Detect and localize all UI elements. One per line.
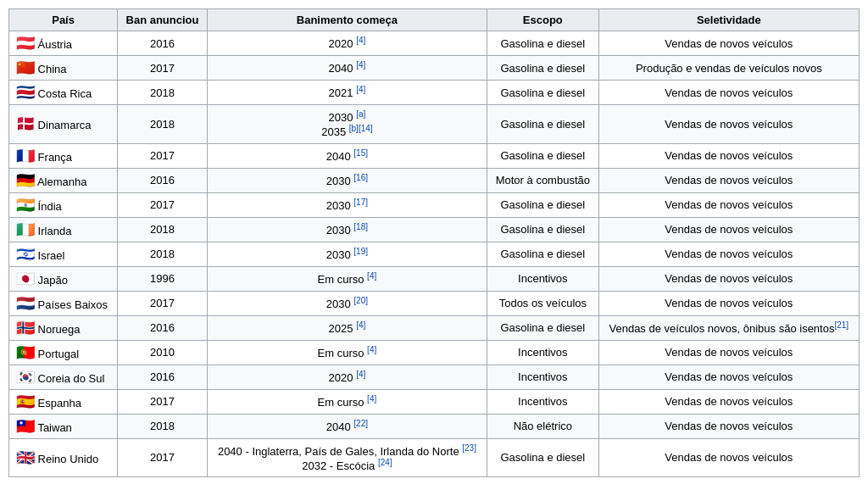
country-name: Espanha <box>35 397 81 409</box>
country-cell: 🇦🇹 Áustria <box>9 31 118 56</box>
ban-starts-cell: Em curso [4] <box>207 340 487 365</box>
table-row: 🇰🇷 Coreia do Sul20162020 [4]IncentivosVe… <box>9 365 860 389</box>
selectivity-cell: Vendas de novos veículos <box>598 192 859 217</box>
announced-cell: 2016 <box>118 31 208 56</box>
country-name: China <box>35 63 67 75</box>
announced-cell: 2017 <box>118 192 208 217</box>
scope-cell: Incentivos <box>487 389 599 414</box>
announced-cell: 1996 <box>118 266 208 291</box>
ban-starts-cell: 2020 [4] <box>207 31 487 56</box>
flag-icon: 🇫🇷 <box>16 148 35 164</box>
country-cell: 🇫🇷 França <box>9 143 118 168</box>
announced-cell: 2017 <box>118 389 208 414</box>
table-row: 🇩🇪 Alemanha20162030 [16]Motor à combustã… <box>9 168 860 192</box>
flag-icon: 🇩🇰 <box>16 115 35 132</box>
country-name: Coreia do Sul <box>35 372 104 385</box>
country-name: Áustria <box>35 38 72 51</box>
table-row: 🇪🇸 Espanha2017Em curso [4]IncentivosVend… <box>9 389 860 414</box>
ban-starts-cell: 2021 [4] <box>207 81 487 105</box>
ban-starts-cell: 2040 - Inglaterra, País de Gales, Irland… <box>207 438 487 477</box>
scope-cell: Motor à combustão <box>487 168 599 192</box>
table-row: 🇩🇰 Dinamarca20182030 [a]2035 [b][14]Gaso… <box>9 105 860 144</box>
selectivity-cell: Vendas de novos veículos <box>598 31 859 56</box>
announced-cell: 2016 <box>118 315 208 340</box>
selectivity-cell: Vendas de novos veículos <box>598 365 859 389</box>
selectivity-cell: Vendas de novos veículos <box>598 266 859 291</box>
country-cell: 🇮🇱 Israel <box>9 242 118 266</box>
country-cell: 🇰🇷 Coreia do Sul <box>9 365 118 389</box>
table-row: 🇵🇹 Portugal2010Em curso [4]IncentivosVen… <box>9 340 860 365</box>
table-row: 🇯🇵 Japão1996Em curso [4]IncentivosVendas… <box>9 266 860 291</box>
announced-cell: 2017 <box>118 56 208 81</box>
ban-starts-cell: 2030 [16] <box>207 168 487 192</box>
country-name: Portugal <box>35 348 79 360</box>
announced-cell: 2017 <box>118 291 208 315</box>
flag-icon: 🇵🇹 <box>16 344 35 361</box>
scope-cell: Incentivos <box>487 266 599 291</box>
ban-starts-cell: Em curso [4] <box>207 266 487 291</box>
country-name: Israel <box>35 249 64 262</box>
table-container: País Ban anunciou Banimento começa Escop… <box>0 0 868 486</box>
flag-icon: 🇰🇷 <box>16 369 35 386</box>
table-row: 🇦🇹 Áustria20162020 [4]Gasolina e dieselV… <box>9 31 860 56</box>
scope-cell: Gasolina e diesel <box>487 438 599 477</box>
flag-icon: 🇹🇼 <box>16 418 35 435</box>
announced-cell: 2018 <box>118 105 208 144</box>
scope-cell: Gasolina e diesel <box>487 242 599 266</box>
country-name: França <box>35 151 72 164</box>
ban-starts-cell: 2040 [4] <box>207 56 487 81</box>
flag-icon: 🇮🇳 <box>16 197 35 214</box>
scope-cell: Gasolina e diesel <box>487 31 599 56</box>
announced-cell: 2018 <box>118 81 208 105</box>
table-row: 🇹🇼 Taiwan20182040 [22]Não elétricoVendas… <box>9 414 860 438</box>
scope-cell: Todos os veículos <box>487 291 599 315</box>
selectivity-cell: Produção e vendas de veículos novos <box>598 56 859 81</box>
header-country: País <box>9 9 118 31</box>
selectivity-cell: Vendas de novos veículos <box>598 389 859 414</box>
scope-cell: Gasolina e diesel <box>487 56 599 81</box>
selectivity-cell: Vendas de novos veículos <box>598 438 859 477</box>
country-cell: 🇵🇹 Portugal <box>9 340 118 365</box>
selectivity-cell: Vendas de novos veículos <box>598 168 859 192</box>
scope-cell: Gasolina e diesel <box>487 217 599 242</box>
table-row: 🇨🇳 China20172040 [4]Gasolina e dieselPro… <box>9 56 860 81</box>
flag-icon: 🇮🇪 <box>16 221 35 238</box>
country-name: Alemanha <box>35 175 86 188</box>
table-row: 🇮🇱 Israel20182030 [19]Gasolina e dieselV… <box>9 242 860 266</box>
announced-cell: 2016 <box>118 365 208 389</box>
table-row: 🇫🇷 França20172040 [15]Gasolina e dieselV… <box>9 143 860 168</box>
country-cell: 🇮🇪 Irlanda <box>9 217 118 242</box>
announced-cell: 2018 <box>118 217 208 242</box>
announced-cell: 2018 <box>118 242 208 266</box>
announced-cell: 2016 <box>118 168 208 192</box>
country-name: Japão <box>35 274 68 287</box>
country-cell: 🇩🇰 Dinamarca <box>9 105 118 144</box>
country-name: Índia <box>35 200 62 213</box>
ban-table: País Ban anunciou Banimento começa Escop… <box>8 8 860 477</box>
country-cell: 🇪🇸 Espanha <box>9 389 118 414</box>
country-cell: 🇹🇼 Taiwan <box>9 414 118 438</box>
ban-starts-cell: 2040 [15] <box>207 143 487 168</box>
selectivity-cell: Vendas de veículos novos, ônibus são ise… <box>598 315 859 340</box>
announced-cell: 2018 <box>118 414 208 438</box>
flag-icon: 🇬🇧 <box>16 449 35 466</box>
country-cell: 🇨🇳 China <box>9 56 118 81</box>
country-cell: 🇬🇧 Reino Unido <box>9 438 118 477</box>
ban-starts-cell: Em curso [4] <box>207 389 487 414</box>
scope-cell: Gasolina e diesel <box>487 192 599 217</box>
country-cell: 🇨🇷 Costa Rica <box>9 81 118 105</box>
scope-cell: Gasolina e diesel <box>487 81 599 105</box>
table-row: 🇳🇴 Noruega20162025 [4]Gasolina e dieselV… <box>9 315 860 340</box>
scope-cell: Não elétrico <box>487 414 599 438</box>
selectivity-cell: Vendas de novos veículos <box>598 242 859 266</box>
country-cell: 🇮🇳 Índia <box>9 192 118 217</box>
country-name: Costa Rica <box>35 87 92 100</box>
selectivity-cell: Vendas de novos veículos <box>598 340 859 365</box>
country-cell: 🇳🇱 Países Baixos <box>9 291 118 315</box>
country-cell: 🇩🇪 Alemanha <box>9 168 118 192</box>
selectivity-cell: Vendas de novos veículos <box>598 414 859 438</box>
ban-starts-cell: 2030 [a]2035 [b][14] <box>207 105 487 144</box>
header-ban-starts: Banimento começa <box>207 9 487 31</box>
ban-starts-cell: 2040 [22] <box>207 414 487 438</box>
scope-cell: Incentivos <box>487 340 599 365</box>
